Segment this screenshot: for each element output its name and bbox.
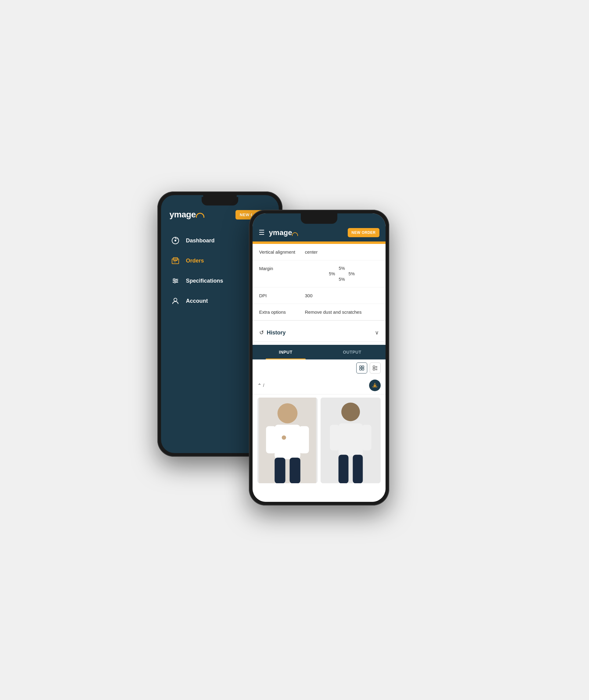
path-chevron-icon: ⌃ — [257, 383, 261, 388]
history-section: ↺ History ∨ — [252, 324, 386, 342]
svg-rect-25 — [373, 366, 375, 368]
svg-rect-43 — [362, 425, 371, 450]
list-view-button[interactable] — [370, 362, 381, 373]
logo-text-left: ymage — [170, 210, 196, 220]
svg-rect-23 — [360, 368, 362, 370]
specs-table: Vertical alignment center Margin 5% 5% 5… — [252, 244, 386, 321]
history-chevron-icon: ∨ — [375, 329, 379, 336]
notch-left — [203, 195, 237, 203]
right-logo-text: ymage — [269, 228, 298, 237]
spec-label-vertical-alignment: Vertical alignment — [259, 249, 299, 255]
svg-rect-35 — [299, 426, 309, 453]
tab-input-label: INPUT — [279, 350, 292, 355]
svg-rect-24 — [362, 368, 364, 370]
tabs-bar: INPUT OUTPUT — [252, 345, 386, 359]
tab-input[interactable]: INPUT — [252, 345, 319, 359]
grid-controls — [252, 359, 386, 376]
list-icon — [373, 366, 378, 370]
svg-rect-28 — [373, 368, 375, 370]
svg-point-13 — [174, 282, 175, 283]
history-title: History — [267, 330, 375, 336]
download-icon — [372, 383, 378, 388]
svg-rect-42 — [330, 425, 339, 450]
image-cell-2[interactable] — [321, 398, 381, 483]
svg-point-32 — [277, 403, 298, 423]
svg-point-11 — [173, 279, 175, 280]
spec-value-margin: 5% 5% 5% 5% — [305, 266, 379, 282]
content-area[interactable]: Vertical alignment center Margin 5% 5% 5… — [252, 244, 386, 502]
logo-left: ymage — [170, 210, 204, 220]
svg-rect-37 — [289, 458, 300, 483]
margin-left: 5% — [305, 271, 338, 276]
margin-right: 5% — [346, 271, 379, 276]
spec-row-dpi: DPI 300 — [252, 288, 386, 304]
new-order-button-right[interactable]: NEW ORDER — [348, 228, 379, 237]
phone-right-screen: ☰ ymage NEW ORDER Vertical alignment c — [252, 214, 386, 502]
grid-4-icon — [359, 366, 364, 370]
tab-output-label: OUTPUT — [343, 350, 362, 355]
file-bar: ⌃ / — [252, 376, 386, 394]
right-logo: ymage — [269, 228, 344, 237]
spec-value-vertical-alignment: center — [305, 249, 379, 255]
sidebar-label-specifications: Specifications — [186, 278, 223, 284]
file-path: ⌃ / — [257, 383, 264, 388]
account-icon — [171, 296, 180, 306]
svg-rect-34 — [266, 426, 276, 453]
person-image-2 — [321, 398, 381, 483]
svg-point-40 — [341, 402, 360, 421]
phone-right: ☰ ymage NEW ORDER Vertical alignment c — [249, 210, 389, 505]
svg-rect-22 — [362, 366, 364, 368]
svg-rect-45 — [353, 455, 363, 483]
tab-output[interactable]: OUTPUT — [319, 345, 386, 359]
spec-label-margin: Margin — [259, 266, 299, 271]
spec-row-vertical-alignment: Vertical alignment center — [252, 244, 386, 260]
svg-rect-21 — [360, 366, 362, 368]
svg-line-3 — [175, 239, 178, 239]
grid-view-button[interactable] — [356, 362, 367, 373]
logo-arc-right — [292, 232, 298, 236]
svg-rect-36 — [274, 458, 285, 483]
margin-bottom: 5% — [339, 277, 345, 282]
image-cell-1[interactable] — [257, 398, 318, 483]
history-icon: ↺ — [259, 329, 264, 336]
orders-icon — [171, 256, 180, 265]
spec-value-extra-options: Remove dust and scratches — [305, 309, 379, 315]
hamburger-icon[interactable]: ☰ — [259, 229, 265, 237]
sidebar-label-account: Account — [186, 298, 208, 304]
svg-point-14 — [174, 298, 177, 301]
sidebar-label-dashboard: Dashboard — [186, 238, 215, 244]
notch-right — [301, 214, 337, 222]
download-button[interactable] — [369, 380, 381, 391]
svg-point-12 — [176, 280, 177, 282]
orange-bar — [252, 242, 386, 244]
scene: ymage NEW ORDER — [148, 182, 441, 518]
svg-rect-44 — [338, 455, 348, 483]
spec-row-extra-options: Extra options Remove dust and scratches — [252, 304, 386, 320]
margin-top: 5% — [339, 266, 345, 271]
logo-word: ymage — [269, 228, 292, 237]
svg-rect-41 — [338, 423, 363, 456]
history-header[interactable]: ↺ History ∨ — [252, 324, 386, 341]
sidebar-label-orders: Orders — [186, 258, 204, 264]
logo-arc-left — [196, 213, 204, 218]
image-grid — [252, 394, 386, 489]
spec-label-dpi: DPI — [259, 293, 299, 298]
spec-row-margin: Margin 5% 5% 5% 5% — [252, 260, 386, 288]
svg-rect-33 — [274, 425, 300, 459]
specifications-icon — [171, 276, 180, 285]
path-separator: / — [263, 383, 264, 388]
dashboard-icon — [171, 236, 180, 245]
person-image-1 — [257, 398, 318, 483]
svg-point-38 — [281, 435, 286, 440]
svg-point-1 — [175, 240, 176, 242]
spec-value-dpi: 300 — [305, 293, 379, 298]
spec-label-extra-options: Extra options — [259, 309, 299, 315]
